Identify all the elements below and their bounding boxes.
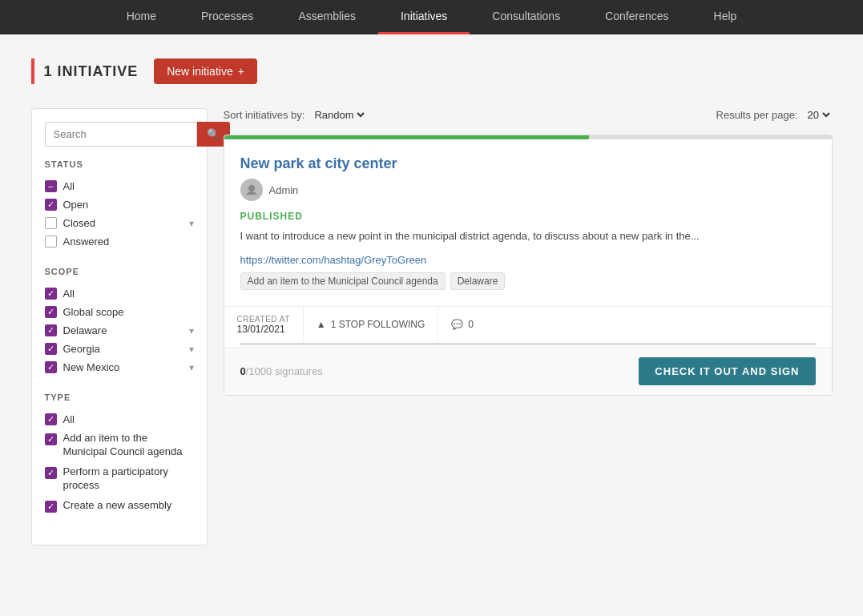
scope-georgia-label: Georgia [63, 343, 100, 355]
plus-icon: + [238, 65, 244, 78]
page-header: 1 INITIATIVE New initiative + [31, 58, 833, 84]
svg-point-0 [248, 185, 255, 191]
nav-home[interactable]: Home [104, 0, 179, 34]
signatures-progress-bar [240, 343, 816, 345]
checked-checkbox-delaware-icon [45, 324, 57, 336]
card-footer: CREATED AT 13/01/2021 ▲ 1 STOP FOLLOWING… [224, 306, 832, 343]
new-initiative-button[interactable]: New initiative + [154, 58, 257, 84]
check-sign-button[interactable]: CHECK IT OUT AND SIGN [639, 357, 815, 385]
total-signatures: /1000 signatures [246, 365, 323, 377]
sidebar: 🔍 STATUS All Open Closed ▾ [31, 108, 208, 546]
scope-label: SCOPE [45, 267, 194, 276]
created-date: 13/01/2021 [237, 324, 285, 335]
results-per-page: Results per page: 20 [716, 108, 833, 122]
page-body: 1 INITIATIVE New initiative + 🔍 STATUS A… [15, 34, 849, 570]
status-open[interactable]: Open [45, 195, 194, 214]
footer-created: CREATED AT 13/01/2021 [224, 307, 304, 343]
newmexico-chevron-icon: ▾ [189, 362, 194, 373]
scope-global[interactable]: Global scope [45, 303, 194, 321]
results-select[interactable]: 20 [805, 108, 833, 122]
main-nav: Home Processes Assemblies Initiatives Co… [0, 0, 863, 34]
results-label: Results per page: [716, 109, 798, 121]
card-tags: Add an item to the Municipal Council age… [240, 272, 816, 290]
card-description: I want to introduce a new point in the m… [240, 228, 816, 244]
scope-georgia[interactable]: Georgia ▾ [45, 340, 194, 358]
status-filter: STATUS All Open Closed ▾ Answered [45, 159, 194, 251]
card-title[interactable]: New park at city center [240, 155, 816, 172]
type-add-item[interactable]: Add an item to the Municipal Council age… [45, 429, 194, 462]
card-tag-agenda: Add an item to the Municipal Council age… [240, 272, 446, 290]
search-row: 🔍 [45, 122, 194, 147]
scope-newmexico-label: New Mexico [63, 361, 120, 373]
follow-label: 1 STOP FOLLOWING [331, 319, 425, 330]
current-signatures: 0 [240, 365, 246, 377]
type-assembly[interactable]: Create a new assembly [45, 496, 194, 516]
nav-initiatives[interactable]: Initiatives [378, 0, 470, 34]
georgia-chevron-icon: ▾ [189, 344, 194, 355]
checked-checkbox-georgia-icon [45, 343, 57, 355]
type-all[interactable]: All [45, 410, 194, 429]
status-all[interactable]: All [45, 177, 194, 195]
checked-checkbox-additem-icon [45, 433, 57, 445]
comment-icon: 💬 [451, 319, 463, 330]
nav-help[interactable]: Help [692, 0, 760, 34]
scope-delaware[interactable]: Delaware ▾ [45, 321, 194, 340]
delaware-chevron-icon: ▾ [189, 325, 194, 336]
type-label: TYPE [45, 393, 194, 402]
sort-label: Sort initiatives by: [224, 109, 305, 121]
checked-checkbox-participatory-icon [45, 467, 57, 479]
published-badge: PUBLISHED [240, 211, 816, 222]
card-body: New park at city center Admin PUBLISHED … [224, 139, 832, 306]
scope-delaware-label: Delaware [63, 324, 107, 336]
type-participatory-label: Perform a participatory process [63, 465, 194, 493]
type-participatory[interactable]: Perform a participatory process [45, 462, 194, 496]
search-icon: 🔍 [207, 128, 220, 140]
new-initiative-label: New initiative [167, 65, 232, 78]
initiative-card: New park at city center Admin PUBLISHED … [224, 135, 833, 396]
checked-checkbox-newmexico-icon [45, 361, 57, 373]
content-area: Sort initiatives by: Random Results per … [224, 108, 833, 396]
type-all-label: All [63, 413, 75, 425]
nav-assemblies[interactable]: Assemblies [276, 0, 378, 34]
nav-processes[interactable]: Processes [179, 0, 276, 34]
sort-row: Sort initiatives by: Random Results per … [224, 108, 833, 122]
scope-all[interactable]: All [45, 284, 194, 303]
closed-chevron-icon: ▾ [189, 218, 194, 229]
created-label: CREATED AT [237, 315, 290, 324]
nav-consultations[interactable]: Consultations [470, 0, 583, 34]
footer-comments[interactable]: 💬 0 [438, 307, 486, 343]
checked-checkbox-global-icon [45, 306, 57, 318]
status-closed[interactable]: Closed ▾ [45, 214, 194, 232]
checked-checkbox-type-all-icon [45, 413, 57, 425]
empty-checkbox-answered-icon [45, 236, 57, 248]
checked-checkbox-open-icon [45, 199, 57, 211]
status-answered[interactable]: Answered [45, 232, 194, 251]
comment-count: 0 [468, 319, 474, 330]
card-tag-delaware: Delaware [450, 272, 506, 290]
search-input[interactable] [45, 122, 197, 147]
scope-all-label: All [63, 288, 75, 300]
scope-global-label: Global scope [63, 306, 124, 318]
scope-filter: SCOPE All Global scope Delaware ▾ Georgi… [45, 267, 194, 376]
status-label: STATUS [45, 159, 194, 169]
scope-newmexico[interactable]: New Mexico ▾ [45, 358, 194, 376]
status-all-label: All [63, 180, 75, 192]
signatures-count: 0/1000 signatures [240, 365, 323, 377]
main-layout: 🔍 STATUS All Open Closed ▾ [31, 108, 833, 546]
empty-checkbox-closed-icon [45, 217, 57, 229]
card-author: Admin [240, 179, 816, 201]
sort-select[interactable]: Random [311, 108, 367, 122]
initiative-count: 1 INITIATIVE [44, 63, 139, 80]
footer-follow[interactable]: ▲ 1 STOP FOLLOWING [304, 307, 438, 343]
status-open-label: Open [63, 199, 89, 211]
type-filter: TYPE All Add an item to the Municipal Co… [45, 393, 194, 516]
follow-icon: ▲ [317, 319, 326, 330]
checked-checkbox-assembly-icon [45, 501, 57, 513]
minus-checkbox-icon [45, 180, 57, 192]
author-name: Admin [269, 184, 299, 196]
signatures-row: 0/1000 signatures CHECK IT OUT AND SIGN [224, 347, 832, 395]
nav-conferences[interactable]: Conferences [583, 0, 691, 34]
type-additem-label: Add an item to the Municipal Council age… [63, 432, 194, 459]
sort-left: Sort initiatives by: Random [224, 108, 368, 122]
card-link[interactable]: https://twitter.com/hashtag/GreyToGreen [240, 254, 816, 266]
